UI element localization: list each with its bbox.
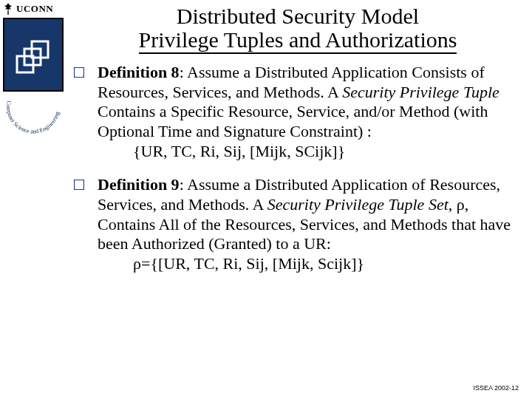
svg-rect-0 xyxy=(7,11,8,15)
definition-8: Definition 8: Assume a Distributed Appli… xyxy=(98,63,522,162)
def9-italic: Security Privilege Tuple Set xyxy=(267,195,449,214)
definition-9: Definition 9: Assume a Distributed Appli… xyxy=(98,175,522,274)
rho-symbol: ρ xyxy=(457,195,465,214)
slide-footer: ISSEA 2002-12 xyxy=(473,384,519,392)
title-line-2: Privilege Tuples and Authorizations xyxy=(78,28,517,52)
svg-text:Computer Science and Engineeri: Computer Science and Engineering xyxy=(5,100,61,135)
list-item: Definition 9: Assume a Distributed Appli… xyxy=(74,175,522,274)
uconn-wordmark: UCONN xyxy=(0,0,66,16)
slide-body: Definition 8: Assume a Distributed Appli… xyxy=(74,57,522,274)
def9-tuple: ρ={[UR, TC, Ri, Sij, [Mijk, Scijk]} xyxy=(98,254,522,274)
title-line-1: Distributed Security Model xyxy=(78,4,517,28)
def9-text-b: , xyxy=(449,195,457,214)
def9-lead: Definition 9 xyxy=(98,175,180,194)
rho-symbol: ρ xyxy=(133,254,141,273)
bullet-icon xyxy=(74,175,87,274)
bullet-icon xyxy=(74,63,87,162)
def8-tuple: {UR, TC, Ri, Sij, [Mijk, SCijk]} xyxy=(98,142,522,162)
uconn-text: UCONN xyxy=(16,3,53,15)
list-item: Definition 8: Assume a Distributed Appli… xyxy=(74,63,522,162)
arc-label: Computer Science and Engineering xyxy=(5,100,61,135)
svg-rect-6 xyxy=(74,180,84,190)
dept-logo xyxy=(3,18,64,92)
svg-rect-5 xyxy=(74,67,84,78)
def9-tuple-text: ={[UR, TC, Ri, Sij, [Mijk, Scijk]} xyxy=(141,254,364,273)
stacked-squares-icon xyxy=(11,33,55,77)
def8-text-b: Contains a Specific Resource, Service, a… xyxy=(98,102,488,140)
dept-arc-text: Computer Science and Engineering xyxy=(0,92,66,158)
slide: UCONN Computer Science and Engineering xyxy=(0,0,532,399)
oak-leaf-icon xyxy=(3,3,13,15)
def8-lead: Definition 8 xyxy=(98,63,180,81)
def8-italic: Security Privilege Tuple xyxy=(342,83,499,101)
slide-title: Distributed Security Model Privilege Tup… xyxy=(74,4,522,57)
brand-column: UCONN Computer Science and Engineering xyxy=(0,0,66,399)
title-line-2-text: Privilege Tuples and Authorizations xyxy=(139,27,457,54)
